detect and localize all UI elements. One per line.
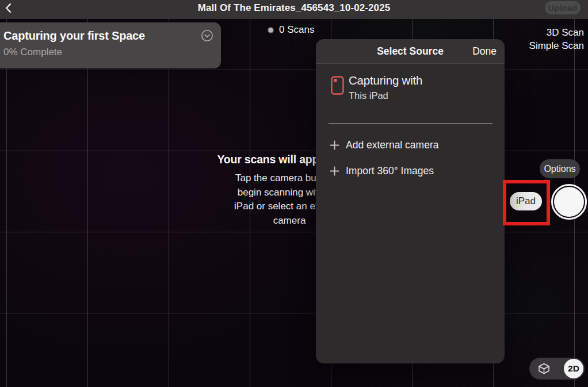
onboarding-card-title: Capturing your first Space	[3, 29, 145, 43]
action-label: Import 360° Images	[346, 165, 434, 177]
app-root: Mall Of The Emirates_456543_10-02-2025 U…	[0, 0, 588, 387]
navbar: Mall Of The Emirates_456543_10-02-2025 U…	[0, 0, 588, 19]
ipad-icon	[331, 76, 344, 95]
onboarding-card-progress: 0% Complete	[3, 47, 62, 58]
scan-canvas[interactable]: Capturing your first Space 0% Complete 0…	[0, 19, 588, 387]
scan-counter: 0 Scans	[268, 24, 314, 36]
cube-3d-icon[interactable]	[537, 362, 551, 375]
page-title: Mall Of The Emirates_456543_10-02-2025	[0, 0, 588, 16]
options-button[interactable]: Options	[540, 159, 580, 178]
action-label: Add external camera	[346, 139, 438, 151]
modal-header: Select Source Done	[316, 39, 505, 64]
add-external-camera-button[interactable]: Add external camera	[316, 135, 505, 155]
source-ipad-pill[interactable]: iPad	[510, 192, 542, 210]
mode-3d-scan[interactable]: 3D Scan	[529, 26, 584, 39]
mode-simple-scan[interactable]: Simple Scan	[529, 39, 584, 52]
chevron-down-circle-icon	[201, 29, 213, 42]
capture-shutter-inner	[554, 187, 584, 217]
upload-button[interactable]: Upload	[545, 1, 581, 14]
view-2d-button[interactable]: 2D	[564, 359, 583, 378]
scan-mode-picker: 3D Scan Simple Scan	[529, 26, 584, 52]
plus-icon	[330, 140, 339, 150]
select-source-modal: Select Source Done Capturing with This i…	[316, 39, 505, 363]
view-toggle: 2D	[529, 358, 585, 380]
capture-shutter-button[interactable]	[551, 184, 587, 220]
onboarding-card: Capturing your first Space 0% Complete	[0, 22, 221, 68]
done-button[interactable]: Done	[472, 39, 497, 63]
import-360-images-button[interactable]: Import 360° Images	[316, 160, 505, 181]
modal-divider	[329, 123, 492, 124]
source-title: Capturing with	[349, 74, 422, 87]
source-subtitle: This iPad	[349, 90, 388, 101]
card-collapse-button[interactable]	[201, 29, 213, 42]
scan-counter-label: 0 Scans	[279, 24, 314, 36]
record-dot-icon	[268, 27, 274, 33]
plus-icon	[330, 166, 339, 176]
